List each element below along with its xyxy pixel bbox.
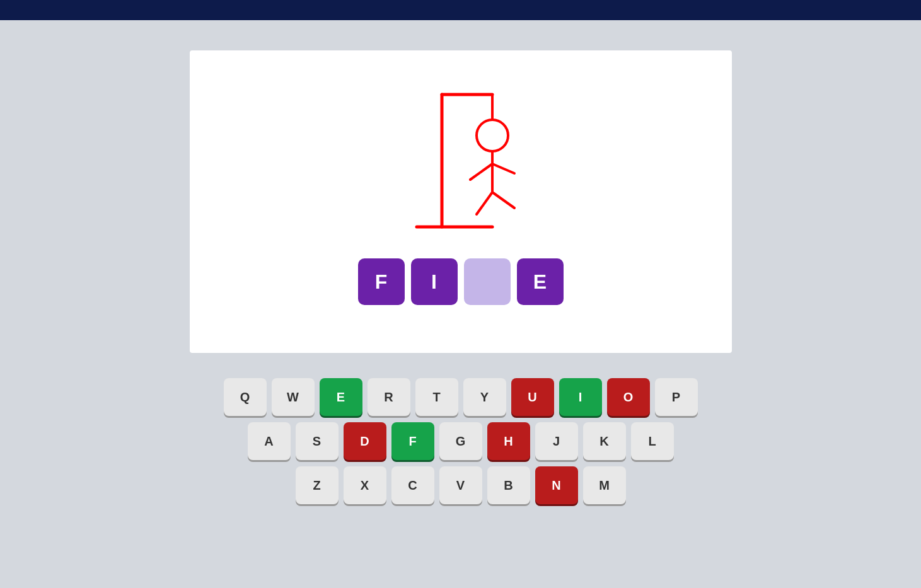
key-e[interactable]: E: [320, 378, 362, 416]
key-g[interactable]: G: [439, 422, 482, 460]
key-j[interactable]: J: [535, 422, 578, 460]
key-u[interactable]: U: [511, 378, 554, 416]
letter-box-1: I: [411, 258, 458, 305]
app-header: [0, 0, 921, 20]
key-v[interactable]: V: [439, 466, 482, 504]
key-row-1: ASDFGHJKL: [248, 422, 674, 460]
letter-box-0: F: [358, 258, 405, 305]
game-area: FIE: [190, 50, 732, 353]
key-x[interactable]: X: [344, 466, 386, 504]
key-r[interactable]: R: [368, 378, 410, 416]
key-p[interactable]: P: [655, 378, 698, 416]
main-content: FIE QWERTYUIOPASDFGHJKLZXCVBNM: [0, 20, 921, 588]
key-t[interactable]: T: [415, 378, 458, 416]
word-display: FIE: [358, 258, 564, 305]
key-h[interactable]: H: [487, 422, 530, 460]
key-row-0: QWERTYUIOP: [224, 378, 698, 416]
key-l[interactable]: L: [631, 422, 674, 460]
letter-box-3: E: [517, 258, 564, 305]
key-row-2: ZXCVBNM: [296, 466, 626, 504]
key-z[interactable]: Z: [296, 466, 339, 504]
key-w[interactable]: W: [272, 378, 315, 416]
key-a[interactable]: A: [248, 422, 291, 460]
key-c[interactable]: C: [391, 466, 434, 504]
svg-line-8: [477, 192, 492, 214]
hangman-drawing: [379, 69, 543, 239]
svg-point-4: [477, 120, 508, 151]
svg-line-7: [492, 164, 514, 173]
key-f[interactable]: F: [391, 422, 434, 460]
svg-line-6: [470, 164, 492, 180]
key-s[interactable]: S: [296, 422, 339, 460]
letter-box-2: [464, 258, 511, 305]
key-i[interactable]: I: [559, 378, 602, 416]
key-m[interactable]: M: [583, 466, 626, 504]
keyboard: QWERTYUIOPASDFGHJKLZXCVBNM: [224, 378, 698, 504]
key-o[interactable]: O: [607, 378, 650, 416]
svg-line-9: [492, 192, 514, 208]
key-n[interactable]: N: [535, 466, 578, 504]
key-q[interactable]: Q: [224, 378, 267, 416]
key-y[interactable]: Y: [463, 378, 506, 416]
key-d[interactable]: D: [344, 422, 386, 460]
key-k[interactable]: K: [583, 422, 626, 460]
key-b[interactable]: B: [487, 466, 530, 504]
